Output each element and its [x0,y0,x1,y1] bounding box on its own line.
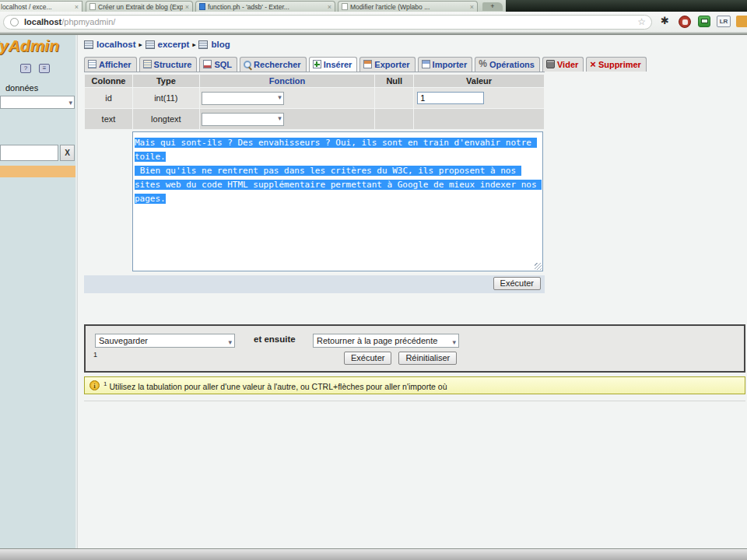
tab-vider[interactable]: Vider [542,57,584,72]
hand-glyph [682,19,688,25]
after-insert-panel: Sauvegarder ▾ et ensuite Retourner à la … [84,324,745,373]
tab-close-icon[interactable]: × [185,3,189,11]
phpmyadmin-logo: phpMyAdmin [0,37,75,55]
cell-column-type: longtext [132,109,199,130]
cell-column-type: int(11) [132,88,199,109]
help-bubble-icon[interactable]: ? [20,64,31,73]
tab-label: Afficher [99,60,132,69]
new-tab-button[interactable]: + [482,2,503,11]
tab-label: Insérer [324,60,352,69]
save-action-select[interactable]: Sauvegarder ▾ [95,334,235,348]
insert-icon [313,60,321,68]
browse-icon [88,60,96,68]
and-then-label: et ensuite [254,334,296,344]
sql-window-icon[interactable]: ≡ [39,64,50,73]
address-bar[interactable]: localhost/phpmyadmin/ ☆ [3,15,652,30]
browser-tab-blog-article[interactable]: Créer un Extrait de blog (Exp... × [86,1,193,12]
tab-structure[interactable]: Structure [139,57,198,72]
tab-exporter[interactable]: Exporter [359,57,415,72]
breadcrumb-arrow-icon: ▸ [192,41,195,48]
import-icon [422,60,430,68]
breadcrumb-table[interactable]: blog [211,40,230,49]
drop-table-icon: × [590,60,596,68]
database-icon [146,40,155,49]
blocker-extension-icon[interactable] [679,16,691,28]
breadcrumb-server[interactable]: localhost [96,40,135,49]
tab-label: SQL [214,60,232,69]
value-textarea-text[interactable]: Mais qui sont-ils ? Des envahisseurs ? O… [132,131,543,271]
export-icon [363,60,372,68]
selected-option: Sauvegarder [99,336,148,345]
tab-title: function.ph - 'adsb' - Exter... [208,3,325,11]
pma-main: localhost ▸ excerpt ▸ blog Afficher Stru… [78,35,747,548]
tab-label: Structure [154,60,192,69]
tab-label: Supprimer [598,60,641,69]
after-action-select[interactable]: Retourner à la page précédente ▾ [313,334,459,348]
tab-underline [84,72,545,72]
pma-sidebar: phpMyAdmin ? ≡ données ▾ X [0,35,75,548]
clear-filter-button[interactable]: X [60,145,75,161]
browser-tab-phpmyadmin[interactable]: localhost / exce... × [0,1,82,12]
database-label: données [5,83,38,93]
tab-inserer[interactable]: Insérer [309,57,358,72]
tab-close-icon[interactable]: × [75,3,79,11]
chevron-down-icon: ▾ [278,114,282,122]
tab-title: Créer un Extrait de blog (Exp... [98,3,183,11]
tab-close-icon[interactable]: × [470,3,474,11]
page-favicon [89,3,96,10]
screen-glyph [701,19,708,23]
function-select[interactable]: ▾ [202,113,284,126]
tab-sql[interactable]: SQL [199,57,237,72]
header-type: Type [132,75,199,88]
breadcrumb-database[interactable]: excerpt [158,40,190,49]
browser-tab-editor[interactable]: function.ph - 'adsb' - Exter... × [195,1,335,12]
url-path: /phpmyadmin/ [61,17,115,26]
url-host: localhost [24,17,61,26]
chevron-down-icon: ▾ [228,336,232,348]
cropped-extension-icon[interactable] [736,16,747,27]
tab-label: Vider [557,60,578,69]
reset-button[interactable]: Réinitialiser [398,352,457,365]
tab-label: Importer [433,60,468,69]
tab-supprimer[interactable]: ×Supprimer [586,57,647,72]
download-helper-extension-icon[interactable] [698,16,710,27]
database-select[interactable]: ▾ [0,96,75,109]
header-fonction[interactable]: Fonction [199,75,375,88]
tab-operations[interactable]: %Opérations [475,57,540,72]
insert-table: Colonne Type Fonction Null Valeur id int… [84,74,545,130]
tab-label: Opérations [489,60,535,69]
selected-table-highlight[interactable] [0,166,75,177]
value-input-id[interactable] [417,92,484,104]
execute-button-bottom[interactable]: Exécuter [344,352,391,365]
tab-rechercher[interactable]: Rechercher [240,57,307,72]
browser-tab-strip: localhost / exce... × Créer un Extrait d… [0,0,747,12]
lr-extension-icon[interactable]: LR [717,16,731,27]
adblock-extension-icon[interactable]: ✱ [661,15,669,26]
header-valeur: Valeur [414,75,545,88]
window-dark-area [506,0,747,12]
window-bottom-edge [0,548,747,560]
header-null: Null [375,75,414,88]
tab-title: Modifier l'article (Wplabo ... [350,3,468,11]
execute-button[interactable]: Exécuter [493,277,541,290]
notice-marker: 1 [103,380,107,387]
search-icon [244,61,251,68]
tab-afficher[interactable]: Afficher [84,57,137,72]
browser-tab-wordpress[interactable]: Modifier l'article (Wplabo ... × [338,1,478,12]
cell-null [375,88,414,109]
sql-icon [203,60,212,68]
breadcrumb-arrow-icon: ▸ [139,41,142,48]
cell-value [414,109,545,130]
tab-close-icon[interactable]: × [328,3,331,11]
notice-text: Utilisez la tabulation pour aller d'une … [109,381,447,390]
page-favicon [342,3,348,10]
page-info-icon[interactable] [10,18,19,26]
bookmark-star-icon[interactable]: ☆ [637,16,646,29]
table-header-row: Colonne Type Fonction Null Valeur [85,75,545,88]
table-filter-input[interactable] [0,145,58,161]
tab-importer[interactable]: Importer [418,57,473,72]
hint-notice: i 1 Utilisez la tabulation pour aller d'… [84,376,745,394]
resize-grip[interactable] [535,263,542,270]
tab-label: Exporter [374,60,409,69]
function-select[interactable]: ▾ [202,92,284,105]
